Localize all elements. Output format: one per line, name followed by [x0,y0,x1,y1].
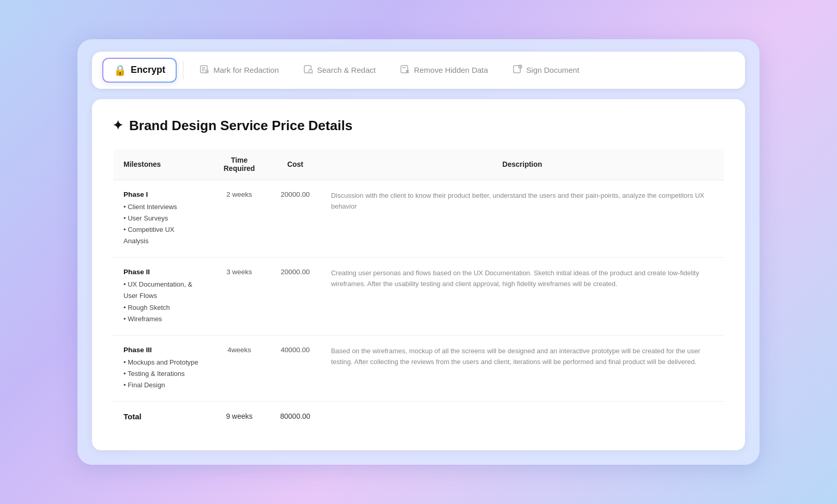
total-cost-cell: 80000.00 [270,402,320,432]
total-label: Total [123,412,142,421]
lock-icon: 🔒 [114,64,127,76]
phase-2-title: Phase II [123,268,198,276]
content-card: ✦ Brand Design Service Price Details Mil… [92,99,745,450]
phase-2-time: 3 weeks [209,258,270,335]
toolbar: 🔒 Encrypt Mark for Redaction [92,52,745,89]
phase-3-item-2: • Testing & Iterations [123,368,198,380]
svg-line-7 [312,72,313,73]
total-time-cell: 9 weeks [209,402,270,432]
phase-3-title: Phase III [123,346,198,354]
sign-document-label: Sign Document [526,66,580,74]
col-description: Description [321,148,724,180]
mark-redaction-label: Mark for Redaction [213,66,279,74]
phase-1-item-1: • Client Interviews [123,201,198,213]
phase-1-description: Discussion with the client to know their… [321,180,724,257]
toolbar-sign-document[interactable]: ✎ Sign Document [503,59,590,81]
svg-rect-4 [205,70,209,73]
search-redact-label: Search & Redact [317,66,376,74]
toolbar-search-redact[interactable]: Search & Redact [293,59,386,81]
total-desc-cell [321,402,724,432]
phase-3-description: Based on the wireframes, mockup of all t… [321,335,724,401]
remove-icon [400,65,410,76]
phase-3-time: 4weeks [209,335,270,401]
separator-1 [183,61,183,80]
sign-icon: ✎ [513,65,522,76]
total-cost: 80000.00 [280,412,310,420]
toolbar-mark-redaction[interactable]: Mark for Redaction [190,59,289,81]
phase-2-item-2: • Rough Sketch [123,302,198,313]
phase-1-item-3: • Competitive UX Analysis [123,224,198,247]
total-time: 9 weeks [226,412,252,420]
phase-3-milestones: Phase III • Mockups and Prototype • Test… [113,335,209,401]
phase-1-item-2: • User Surveys [123,213,198,224]
phase-1-time: 2 weeks [209,180,270,257]
col-cost: Cost [270,148,320,180]
col-time: Time Required [209,148,270,180]
outer-card: 🔒 Encrypt Mark for Redaction [78,39,760,465]
phase-2-cost: 20000.00 [270,258,320,335]
document-title: ✦ Brand Design Service Price Details [113,118,724,134]
table-total-row: Total 9 weeks 80000.00 [113,402,724,432]
phase-3-cost: 40000.00 [270,335,320,401]
total-label-cell: Total [113,402,209,432]
table-row: Phase I • Client Interviews • User Surve… [113,180,724,257]
phase-3-item-1: • Mockups and Prototype [123,357,198,368]
encrypt-label: Encrypt [131,65,165,75]
mark-icon [200,65,209,76]
table-row: Phase II • UX Documentation, & User Flow… [113,258,724,335]
phase-2-item-1: • UX Documentation, & User Flows [123,279,198,302]
phase-1-milestones: Phase I • Client Interviews • User Surve… [113,180,209,257]
phase-3-item-3: • Final Design [123,380,198,391]
table-header-row: Milestones Time Required Cost Descriptio… [113,148,724,180]
phase-2-description: Creating user personas and flows based o… [321,258,724,335]
phase-2-item-3: • Wireframes [123,313,198,325]
svg-point-6 [308,69,312,73]
toolbar-encrypt[interactable]: 🔒 Encrypt [102,58,177,83]
col-milestones: Milestones [113,148,209,180]
phase-2-milestones: Phase II • UX Documentation, & User Flow… [113,258,209,335]
title-star-icon: ✦ [113,118,123,133]
search-icon [304,65,313,76]
title-text: Brand Design Service Price Details [129,118,352,134]
remove-hidden-label: Remove Hidden Data [414,66,488,74]
table-row: Phase III • Mockups and Prototype • Test… [113,335,724,401]
toolbar-remove-hidden[interactable]: Remove Hidden Data [390,59,498,81]
svg-text:✎: ✎ [519,65,521,68]
price-table: Milestones Time Required Cost Descriptio… [113,148,724,432]
phase-1-cost: 20000.00 [270,180,320,257]
phase-1-title: Phase I [123,191,198,198]
